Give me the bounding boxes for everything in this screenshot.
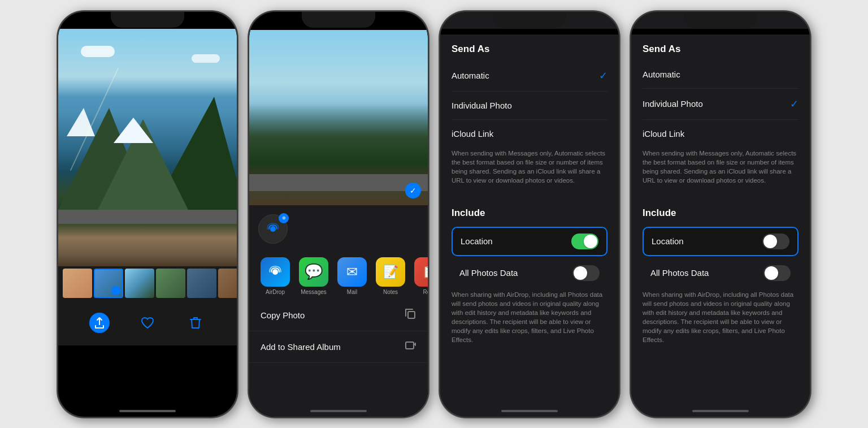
messages-icon-circle: 💬	[299, 257, 328, 287]
send-as-section-3: Send As Automatic ✓ Individual Photo iCl…	[440, 34, 619, 198]
icloud-label-3: iCloud Link	[452, 129, 493, 139]
individual-check-4: ✓	[790, 98, 798, 110]
messages-label: Messages	[301, 289, 327, 295]
bottom-toolbar	[58, 300, 237, 345]
reminder-label: Re...	[423, 289, 428, 295]
location-label-3: Location	[461, 236, 493, 246]
svg-rect-2	[408, 312, 415, 318]
icloud-label-4: iCloud Link	[643, 129, 684, 139]
phone-4-settings: Send As Automatic Individual Photo ✓ iCl…	[630, 11, 811, 418]
airdrop-app[interactable]: AirDrop	[258, 257, 292, 295]
copy-photo-row[interactable]: Copy Photo	[249, 300, 428, 331]
option-individual-3[interactable]: Individual Photo	[452, 94, 607, 117]
settings-content-4: Send As Automatic Individual Photo ✓ iCl…	[631, 12, 810, 417]
copy-photo-label: Copy Photo	[261, 310, 305, 320]
option-icloud-3[interactable]: iCloud Link	[452, 122, 607, 145]
favorite-button[interactable]	[137, 313, 158, 333]
reminder-icon-circle: 📋	[414, 257, 428, 287]
copy-photo-icon	[404, 308, 416, 323]
airdrop-icon-circle	[261, 257, 290, 287]
share-photo-preview: ✓	[249, 30, 428, 205]
thumb-5[interactable]	[218, 269, 237, 298]
location-toggle-4[interactable]	[762, 234, 789, 249]
add-shared-album-row[interactable]: Add to Shared Album	[249, 331, 428, 363]
share-button[interactable]	[89, 313, 110, 333]
location-toggle-row-4[interactable]: Location	[643, 227, 798, 256]
airdrop-icon: ⊕	[258, 214, 288, 244]
all-photos-toggle-row-3[interactable]: All Photos Data	[452, 260, 607, 287]
include-title-3: Include	[452, 207, 607, 219]
all-photos-desc-3: When sharing with AirDrop, including all…	[452, 290, 607, 345]
option-automatic-4[interactable]: Automatic	[643, 63, 798, 86]
main-photo	[58, 29, 237, 266]
thumb-3[interactable]	[156, 269, 185, 298]
thumb-1-selected[interactable]	[94, 269, 123, 298]
send-as-title-3: Send As	[452, 44, 607, 55]
individual-label-3: Individual Photo	[452, 101, 512, 110]
all-photos-label-4: All Photos Data	[650, 268, 709, 278]
individual-label-4: Individual Photo	[643, 99, 703, 109]
thumb-0[interactable]	[63, 269, 92, 298]
add-shared-album-icon	[404, 339, 416, 354]
thumb-4[interactable]	[187, 269, 216, 298]
mail-icon-circle: ✉	[337, 257, 367, 287]
messages-app[interactable]: 💬 Messages	[297, 257, 331, 295]
automatic-label-4: Automatic	[643, 70, 680, 79]
thumbnail-strip[interactable]	[58, 266, 237, 300]
add-shared-album-label: Add to Shared Album	[261, 342, 341, 352]
location-toggle-row-3[interactable]: Location	[452, 227, 607, 256]
location-label-4: Location	[652, 236, 684, 246]
send-as-section-4: Send As Automatic Individual Photo ✓ iCl…	[631, 34, 810, 198]
mail-app[interactable]: ✉ Mail	[335, 257, 369, 295]
home-indicator	[119, 410, 176, 412]
svg-point-0	[270, 226, 276, 232]
mail-label: Mail	[347, 289, 357, 295]
send-as-title-4: Send As	[643, 44, 798, 55]
phone-2-share: ✓ ⊕	[248, 11, 429, 418]
location-toggle-3[interactable]	[571, 234, 598, 249]
automatic-check-3: ✓	[599, 70, 607, 82]
airdrop-signal: ⊕	[279, 213, 289, 223]
delete-button[interactable]	[185, 313, 206, 333]
thumb-2[interactable]	[125, 269, 154, 298]
all-photos-label-3: All Photos Data	[459, 268, 518, 278]
automatic-label-3: Automatic	[452, 71, 489, 80]
option-icloud-4[interactable]: iCloud Link	[643, 122, 798, 145]
phone-3-settings: Send As Automatic ✓ Individual Photo iCl…	[439, 11, 620, 418]
send-as-desc-4: When sending with Messages only, Automat…	[643, 149, 798, 185]
svg-rect-3	[406, 342, 414, 349]
all-photos-toggle-4[interactable]	[763, 265, 791, 281]
all-photos-toggle-3[interactable]	[572, 265, 600, 281]
reminder-app[interactable]: 📋 Re...	[412, 257, 428, 295]
send-as-desc-3: When sending with Messages only, Automat…	[452, 149, 607, 185]
settings-content-3: Send As Automatic ✓ Individual Photo iCl…	[440, 12, 619, 417]
notes-icon-circle: 📝	[376, 257, 405, 287]
share-sheet: ⊕	[249, 200, 428, 417]
svg-point-1	[272, 269, 278, 275]
photo-check: ✓	[405, 183, 421, 198]
notes-label: Notes	[383, 289, 398, 295]
share-icons-row: AirDrop 💬 Messages ✉ Mail	[249, 253, 428, 300]
home-indicator-4	[692, 410, 749, 412]
include-title-4: Include	[643, 207, 798, 219]
include-section-4: Include Location All Photos Data	[631, 198, 810, 349]
option-individual-4[interactable]: Individual Photo ✓	[643, 91, 798, 117]
include-section-3: Include Location All Photos Data	[440, 198, 619, 349]
airdrop-label: AirDrop	[266, 289, 285, 295]
home-indicator-3	[501, 410, 558, 412]
notes-app[interactable]: 📝 Notes	[374, 257, 407, 295]
phone-1-photos	[57, 11, 238, 418]
all-photos-toggle-row-4[interactable]: All Photos Data	[643, 260, 798, 287]
option-automatic-3[interactable]: Automatic ✓	[452, 63, 607, 89]
all-photos-desc-4: When sharing with AirDrop, including all…	[643, 290, 798, 345]
airdrop-row[interactable]: ⊕	[249, 205, 428, 253]
home-indicator-2	[310, 410, 367, 412]
